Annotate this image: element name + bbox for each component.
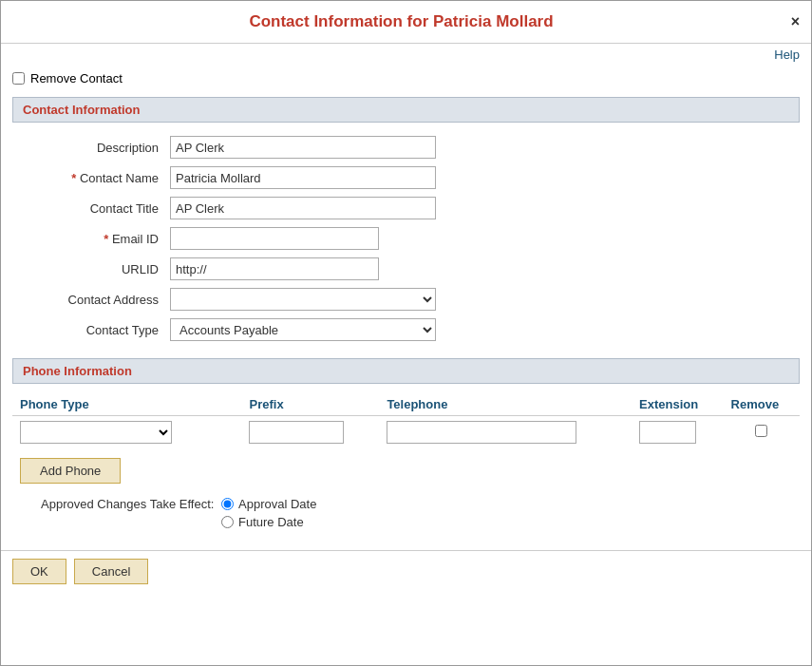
approval-date-radio-row: Approval Date [221,497,316,511]
description-row: Description [12,132,800,162]
contact-info-table: Description * Contact Name Contact Title [12,132,800,345]
email-id-input[interactable] [170,227,379,250]
approval-date-radio[interactable] [221,498,234,510]
future-date-radio-row: Future Date [221,515,316,529]
contact-type-row: Contact Type Accounts Payable [12,314,800,345]
contact-title-cell [164,193,800,223]
url-lid-cell [164,254,800,284]
contact-name-row: * Contact Name [12,162,800,193]
remove-contact-row: Remove Contact [12,69,800,87]
contact-type-select[interactable]: Accounts Payable [170,318,436,341]
phone-type-header: Phone Type [12,393,241,416]
contact-address-row: Contact Address [12,284,800,314]
contact-info-section-header: Contact Information [12,97,800,123]
resize-handle[interactable]: ⁢ [798,652,807,661]
help-row: Help [1,44,811,66]
extension-input[interactable] [639,421,696,444]
add-phone-row: Add Phone [12,458,800,484]
prefix-header: Prefix [241,393,379,416]
help-link[interactable]: Help [774,48,800,62]
contact-address-cell [164,284,800,314]
telephone-input[interactable] [387,421,576,444]
email-id-label: * Email ID [12,223,164,254]
future-date-radio[interactable] [221,516,234,528]
approved-changes-radio-group: Approval Date Future Date [221,497,316,529]
remove-contact-checkbox[interactable] [12,72,25,85]
telephone-cell [379,416,632,449]
contact-type-label: Contact Type [12,314,164,345]
telephone-header: Telephone [379,393,632,416]
description-cell [164,132,800,162]
email-id-cell [164,223,800,254]
dialog-title: Contact Information for Patricia Mollard [249,12,553,30]
contact-name-input[interactable] [170,166,436,189]
url-lid-label: URLID [12,254,164,284]
phone-remove-checkbox[interactable] [755,425,767,437]
contact-title-input[interactable] [170,197,436,219]
phone-type-cell [12,416,241,449]
url-lid-row: URLID [12,254,800,284]
phone-table-row [12,416,800,449]
phone-table-header-row: Phone Type Prefix Telephone Extension Re… [12,393,800,416]
title-bar: Contact Information for Patricia Mollard… [1,1,811,44]
contact-name-cell [164,162,800,193]
phone-info-section-header: Phone Information [12,358,800,384]
contact-address-label: Contact Address [12,284,164,314]
required-star-email: * [104,232,112,246]
remove-header: Remove [724,393,800,416]
close-button[interactable]: × [791,14,800,29]
ok-button[interactable]: OK [12,559,66,584]
remove-checkbox-cell [724,416,800,449]
extension-header: Extension [632,393,724,416]
url-lid-input[interactable] [170,257,379,280]
phone-type-select[interactable] [20,421,172,444]
description-label: Description [12,132,164,162]
contact-info-dialog: Contact Information for Patricia Mollard… [0,0,812,666]
approval-date-label: Approval Date [238,497,316,511]
contact-address-select[interactable] [170,288,436,311]
cancel-button[interactable]: Cancel [74,559,148,584]
future-date-label: Future Date [238,515,304,529]
phone-table: Phone Type Prefix Telephone Extension Re… [12,393,800,448]
description-input[interactable] [170,136,436,159]
contact-title-row: Contact Title [12,193,800,223]
approved-changes-label: Approved Changes Take Effect: [41,497,214,511]
prefix-input[interactable] [249,421,344,444]
phone-info-section: Phone Information Phone Type Prefix Tele… [12,358,800,484]
contact-name-label: * Contact Name [12,162,164,193]
add-phone-button[interactable]: Add Phone [20,458,121,484]
approved-changes-section: Approved Changes Take Effect: Approval D… [12,497,800,529]
contact-type-cell: Accounts Payable [164,314,800,345]
prefix-cell [241,416,379,449]
required-star-name: * [71,171,80,185]
contact-title-label: Contact Title [12,193,164,223]
dialog-body: Remove Contact Contact Information Descr… [1,66,811,550]
remove-contact-label: Remove Contact [30,71,123,86]
email-id-row: * Email ID [12,223,800,254]
bottom-buttons: OK Cancel [1,550,811,592]
extension-cell [632,416,724,449]
